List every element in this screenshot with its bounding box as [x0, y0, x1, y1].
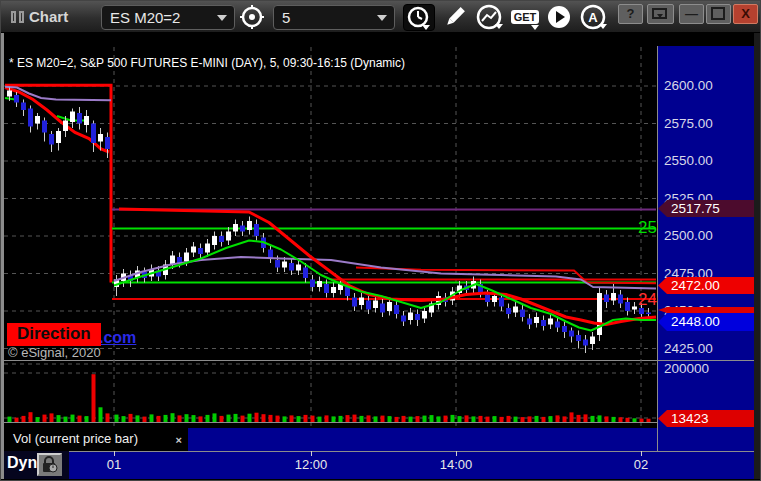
get-data-button[interactable]: GET: [509, 4, 543, 31]
get-icon: GET: [509, 4, 543, 31]
time-template-button[interactable]: [403, 4, 435, 31]
horizontal-line-label: 250: [638, 218, 658, 238]
symbol-value: ES M20=2: [110, 9, 180, 26]
restore-button[interactable]: [647, 4, 674, 24]
time-tick: [641, 451, 642, 456]
maximize-icon: [707, 5, 730, 23]
volume-tab-label: Vol (current price bar): [13, 431, 138, 446]
price-tick: 2425.00: [664, 341, 713, 356]
clock-icon: [404, 5, 434, 31]
a-circle-icon: A: [579, 4, 611, 31]
price-tick: 2600.00: [664, 78, 713, 93]
time-label: 12:00: [295, 457, 328, 472]
zigzag-chart-icon: [475, 4, 507, 31]
chart-icon: [11, 11, 25, 23]
draw-button[interactable]: [441, 4, 471, 31]
chart-window: Chart ES M20=2 5: [0, 0, 761, 481]
time-label: 14:00: [440, 457, 473, 472]
chevron-down-icon: [377, 15, 387, 21]
time-tick: [114, 451, 115, 456]
interval-dropdown[interactable]: 5: [273, 5, 395, 30]
price-axis[interactable]: 2600.002575.002550.002525.002500.002475.…: [658, 46, 754, 451]
interval-settings-button[interactable]: [238, 4, 268, 31]
play-button[interactable]: [545, 4, 575, 31]
horizontal-line-label: 246: [638, 290, 658, 310]
annotation-button[interactable]: A: [579, 4, 613, 31]
direction-label[interactable]: Direction: [7, 323, 101, 346]
chart-header-text: * ES M20=2, S&P 500 FUTURES E-MINI (DAY)…: [9, 56, 405, 70]
price-tag: 2517.75: [658, 200, 754, 217]
maximize-button[interactable]: [706, 4, 731, 24]
price-tag: 2448.00: [658, 313, 754, 331]
svg-text:A: A: [588, 10, 598, 25]
gear-icon: [238, 4, 266, 31]
restore-icon: [648, 5, 673, 23]
studies-button[interactable]: [475, 4, 509, 31]
time-tick: [311, 451, 312, 456]
symbol-dropdown[interactable]: ES M20=2: [101, 5, 235, 30]
plot-overlay: Direction .com © eSignal, 2020 250246: [4, 46, 658, 428]
interval-value: 5: [282, 9, 290, 26]
copyright-text: © eSignal, 2020: [8, 345, 101, 360]
volume-tab[interactable]: Vol (current price bar) ×: [4, 428, 188, 451]
time-axis[interactable]: 0112:0014:0002: [4, 451, 754, 479]
price-tick: 2575.00: [664, 116, 713, 131]
watermark-link[interactable]: .com: [99, 329, 136, 347]
chevron-down-icon: [217, 15, 227, 21]
window-right-border: [754, 33, 761, 479]
close-icon[interactable]: ×: [176, 429, 182, 451]
price-tag: 13423: [658, 410, 754, 427]
close-button[interactable]: X: [733, 4, 758, 24]
volume-tick: 200000: [664, 361, 709, 376]
minimize-button[interactable]: —: [679, 4, 704, 24]
price-tag: 2472.00: [658, 277, 754, 294]
title-bar: Chart ES M20=2 5: [1, 1, 761, 33]
price-tick: 2500.00: [664, 228, 713, 243]
svg-text:GET: GET: [514, 11, 537, 23]
price-tick: 2550.00: [664, 153, 713, 168]
play-icon: [545, 4, 573, 31]
window-title: Chart: [29, 8, 68, 25]
pencil-icon: [441, 4, 469, 31]
help-button[interactable]: ?: [618, 4, 643, 24]
time-label: 01: [107, 457, 121, 472]
partially-hidden-tag: [658, 307, 754, 313]
time-tick: [456, 451, 457, 456]
time-label: 02: [634, 457, 648, 472]
